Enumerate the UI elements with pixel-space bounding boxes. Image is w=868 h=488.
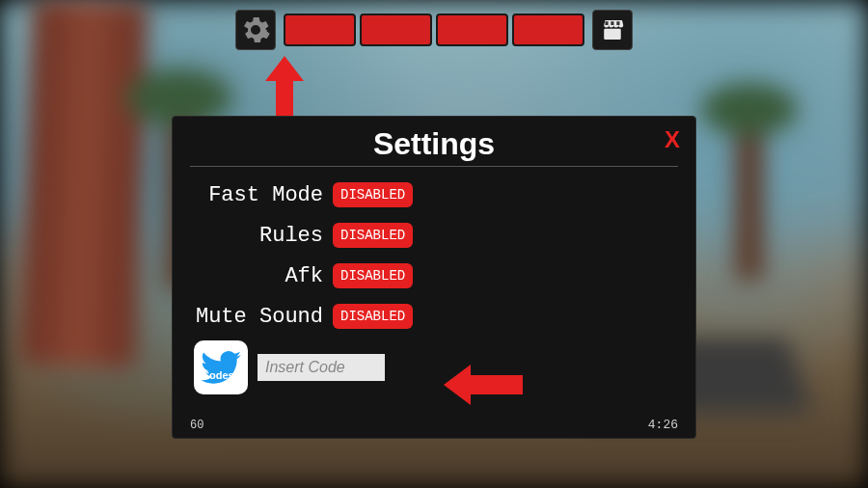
tutorial-arrow-settings [265, 56, 304, 120]
toggle-afk[interactable]: DISABLED [333, 263, 413, 288]
codes-row: Codes [194, 340, 678, 394]
shop-button[interactable] [592, 10, 633, 50]
svg-rect-1 [606, 21, 609, 25]
toggle-mute-sound[interactable]: DISABLED [333, 304, 413, 329]
codes-label: Codes [202, 369, 234, 381]
codes-button[interactable]: Codes [194, 340, 248, 394]
setting-row-fast-mode: Fast Mode DISABLED [190, 178, 678, 211]
health-segment [284, 14, 356, 46]
setting-row-mute-sound: Mute Sound DISABLED [190, 300, 678, 333]
settings-button[interactable] [235, 10, 276, 50]
health-segment [360, 14, 432, 46]
shop-icon [598, 15, 627, 44]
svg-rect-0 [604, 29, 621, 40]
divider [190, 166, 678, 167]
setting-row-afk: Afk DISABLED [190, 259, 678, 292]
toggle-fast-mode[interactable]: DISABLED [333, 182, 413, 207]
setting-label: Afk [190, 264, 333, 288]
gear-icon [241, 15, 270, 44]
fps-counter: 60 [190, 419, 203, 432]
setting-label: Rules [190, 224, 333, 248]
tutorial-arrow-code-input [444, 365, 523, 409]
health-segment [512, 14, 584, 46]
close-button[interactable]: X [665, 126, 680, 153]
code-input[interactable] [258, 354, 385, 381]
settings-panel: Settings X Fast Mode DISABLED Rules DISA… [172, 116, 696, 439]
setting-label: Mute Sound [190, 305, 333, 329]
svg-rect-3 [616, 21, 619, 25]
top-hud-bar [235, 10, 633, 50]
setting-row-rules: Rules DISABLED [190, 219, 678, 252]
panel-title: Settings [190, 126, 678, 162]
twitter-bird-icon [197, 343, 245, 392]
clock: 4:26 [648, 418, 678, 432]
health-bar [284, 14, 584, 46]
health-segment [436, 14, 508, 46]
toggle-rules[interactable]: DISABLED [333, 223, 413, 248]
svg-rect-2 [610, 21, 613, 25]
setting-label: Fast Mode [190, 183, 333, 207]
